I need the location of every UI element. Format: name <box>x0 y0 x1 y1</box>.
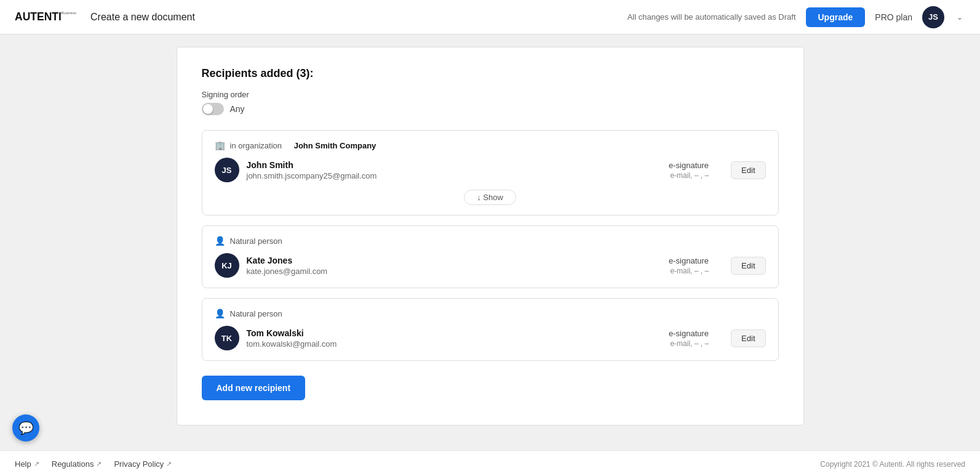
upgrade-button[interactable]: Upgrade <box>806 7 866 27</box>
user-avatar[interactable]: JS <box>922 6 944 28</box>
signing-order-toggle-row: Any <box>202 103 779 115</box>
recipient-sig-1: e-signature e-mail, – , – <box>669 256 709 275</box>
main-content: Recipients added (3): Signing order Any … <box>0 34 980 450</box>
recipient-info-1: Kate Jones kate.jones@gamil.com <box>247 256 662 276</box>
person-icon-1: 👤 <box>215 236 225 246</box>
recipient-name-2: Tom Kowalski <box>247 328 662 338</box>
sig-details-0: e-mail, – , – <box>669 171 709 180</box>
org-name: John Smith Company <box>294 141 376 150</box>
privacy-external-icon: ↗ <box>166 460 172 468</box>
toggle-any-label: Any <box>230 104 245 114</box>
recipient-sig-2: e-signature e-mail, – , – <box>669 329 709 348</box>
pro-plan-label: PRO plan <box>875 12 912 22</box>
recipient-card-1: 👤 Natural person KJ Kate Jones kate.jone… <box>202 225 779 288</box>
sig-type-0: e-signature <box>669 161 709 170</box>
add-recipient-button[interactable]: Add new recipient <box>202 376 306 400</box>
footer-privacy-link[interactable]: Privacy Policy ↗ <box>114 459 172 469</box>
header: AUTENTI Business Create a new document A… <box>0 0 980 34</box>
recipients-title: Recipients added (3): <box>202 67 779 80</box>
recipient-row-1: KJ Kate Jones kate.jones@gamil.com e-sig… <box>215 253 766 278</box>
recipient-info-2: Tom Kowalski tom.kowalski@gmail.com <box>247 328 662 349</box>
show-more-0: ↓ Show <box>215 190 766 205</box>
footer-privacy-label: Privacy Policy <box>114 459 164 469</box>
toggle-thumb <box>203 104 213 114</box>
autenti-logo: AUTENTI Business <box>15 9 79 26</box>
header-right: All changes will be automatically saved … <box>627 6 965 28</box>
signing-order-toggle[interactable] <box>202 103 224 115</box>
recipient-sig-0: e-signature e-mail, – , – <box>669 161 709 180</box>
sig-type-1: e-signature <box>669 256 709 265</box>
recipient-name-0: John Smith <box>247 160 662 170</box>
regulations-external-icon: ↗ <box>96 460 102 468</box>
person-type-label-2: Natural person <box>230 309 282 318</box>
recipient-info-0: John Smith john.smith.jscompany25@gmail.… <box>247 160 662 180</box>
recipient-email-0: john.smith.jscompany25@gmail.com <box>247 171 662 180</box>
recipient-avatar-1: KJ <box>215 253 239 278</box>
recipient-name-1: Kate Jones <box>247 256 662 265</box>
footer: Help ↗ Regulations ↗ Privacy Policy ↗ Co… <box>0 450 980 476</box>
logo-area: AUTENTI Business Create a new document <box>15 9 195 26</box>
card-person-header-2: 👤 Natural person <box>215 309 766 318</box>
recipient-email-2: tom.kowalski@gmail.com <box>247 339 662 349</box>
person-icon-2: 👤 <box>215 309 225 318</box>
recipient-email-1: kate.jones@gamil.com <box>247 267 662 276</box>
recipient-avatar-0: JS <box>215 158 239 182</box>
sig-details-2: e-mail, – , – <box>669 339 709 348</box>
svg-text:AUTENTI: AUTENTI <box>15 10 62 23</box>
edit-button-1[interactable]: Edit <box>731 257 765 275</box>
footer-help-label: Help <box>15 459 31 469</box>
person-type-label-1: Natural person <box>230 236 282 246</box>
footer-help-link[interactable]: Help ↗ <box>15 459 39 469</box>
recipient-card-2: 👤 Natural person TK Tom Kowalski tom.kow… <box>202 298 779 361</box>
document-panel: Recipients added (3): Signing order Any … <box>177 47 804 426</box>
recipient-row-0: JS John Smith john.smith.jscompany25@gma… <box>215 158 766 182</box>
footer-regulations-link[interactable]: Regulations ↗ <box>52 459 102 469</box>
edit-button-2[interactable]: Edit <box>731 329 765 347</box>
chat-button[interactable]: 💬 <box>12 414 39 442</box>
org-prefix: in organization <box>230 141 282 150</box>
footer-regulations-label: Regulations <box>52 459 94 469</box>
signing-order-label: Signing order <box>202 90 779 99</box>
card-person-header-1: 👤 Natural person <box>215 236 766 246</box>
card-org-header: 🏢 in organization John Smith Company <box>215 140 766 150</box>
building-icon: 🏢 <box>215 140 225 150</box>
footer-copyright: Copyright 2021 © Autenti. All rights res… <box>820 460 965 469</box>
sig-details-1: e-mail, – , – <box>669 267 709 275</box>
chat-icon: 💬 <box>18 421 34 435</box>
recipient-row-2: TK Tom Kowalski tom.kowalski@gmail.com e… <box>215 326 766 350</box>
edit-button-0[interactable]: Edit <box>731 161 765 179</box>
page-title: Create a new document <box>90 12 195 23</box>
recipient-avatar-2: TK <box>215 326 239 350</box>
sig-type-2: e-signature <box>669 329 709 338</box>
show-more-button-0[interactable]: ↓ Show <box>464 190 516 205</box>
auto-save-text: All changes will be automatically saved … <box>627 12 796 22</box>
help-external-icon: ↗ <box>34 460 39 468</box>
recipient-card-0: 🏢 in organization John Smith Company JS … <box>202 130 779 216</box>
svg-text:Business: Business <box>61 10 76 14</box>
user-menu-chevron[interactable]: ⌄ <box>954 10 965 24</box>
